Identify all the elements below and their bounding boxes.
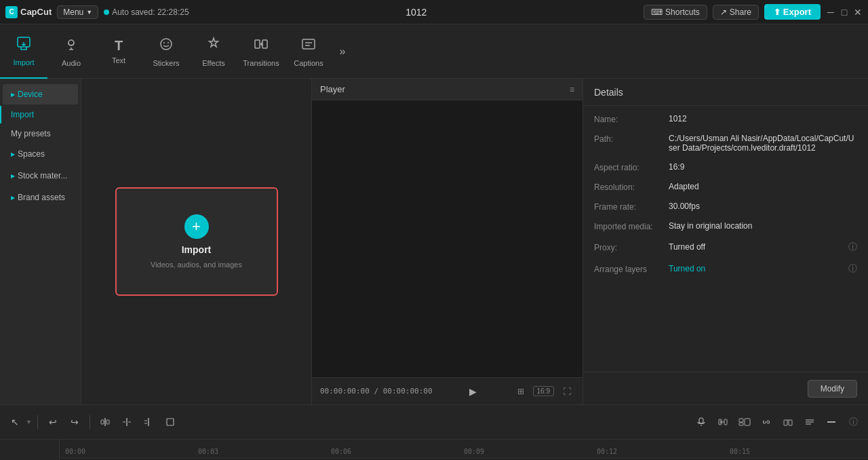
detail-row-framerate: Frame rate: 30.00fps xyxy=(594,202,857,212)
import-label: Import xyxy=(182,244,212,255)
menu-button[interactable]: Menu ▼ xyxy=(57,5,98,19)
sidebar-sub-label-presets: My presets xyxy=(11,129,51,138)
info-icon: ⓘ xyxy=(849,416,858,428)
svg-point-6 xyxy=(167,42,169,43)
effects-icon xyxy=(205,36,222,56)
svg-point-5 xyxy=(163,42,165,43)
transitions-icon xyxy=(253,36,269,56)
timeline: 00:00 00:03 00:06 00:09 00:12 00:15 xyxy=(0,440,868,460)
detail-row-name: Name: 1012 xyxy=(594,114,857,124)
toolbar-item-effects[interactable]: Effects xyxy=(190,24,237,79)
proxy-info-icon: ⓘ xyxy=(848,241,857,253)
detail-row-resolution: Resolution: Adapted xyxy=(594,182,857,192)
topbar-right: ⌨ Shortcuts ↗ Share ⬆ Export ─ □ ✕ xyxy=(644,4,863,20)
split-button-3[interactable] xyxy=(139,413,158,432)
toolbar-label-transitions: Transitions xyxy=(243,59,279,67)
mute-button[interactable] xyxy=(822,413,841,432)
timeline-left-panel xyxy=(0,440,60,460)
svg-rect-29 xyxy=(784,420,787,425)
delete-button[interactable] xyxy=(161,413,180,432)
topbar-left: C CapCut Menu ▼ Auto saved: 22:28:25 xyxy=(5,5,189,19)
group-button[interactable] xyxy=(735,413,754,432)
autosave-dot xyxy=(104,9,109,15)
close-button[interactable]: ✕ xyxy=(853,7,863,17)
toolbar-expand-button[interactable]: » xyxy=(332,24,353,79)
sidebar-item-brand[interactable]: ▶ Brand assets xyxy=(3,187,78,208)
toolbar-separator-2 xyxy=(90,415,90,429)
left-panel: ▶ Device Import My presets ▶ Spaces ▶ St… xyxy=(0,79,312,404)
autosave-text: Auto saved: 22:28:25 xyxy=(112,7,189,17)
timeline-info-button[interactable]: ⓘ xyxy=(844,413,863,432)
expand-icon: » xyxy=(340,45,346,58)
import-subtitle: Videos, audios, and images xyxy=(151,261,242,269)
svg-rect-9 xyxy=(302,39,315,49)
ruler-mark-2: 00:06 xyxy=(331,448,464,455)
toolbar-item-transitions[interactable]: Transitions xyxy=(237,24,285,79)
maximize-button[interactable]: □ xyxy=(840,7,849,17)
redo-button[interactable]: ↪ xyxy=(65,413,84,432)
split-button-1[interactable] xyxy=(96,413,115,432)
sidebar-sub-item-presets[interactable]: My presets xyxy=(0,125,81,142)
import-box[interactable]: + Import Videos, audios, and images xyxy=(115,187,278,296)
sidebar-item-spaces[interactable]: ▶ Spaces xyxy=(3,144,78,164)
player-right-controls: ⊞ 16:9 ⛶ xyxy=(514,385,574,398)
details-panel: Details Name: 1012 Path: C:/Users/Usman … xyxy=(583,79,868,404)
text-icon: T xyxy=(115,38,123,54)
toolbar-item-text[interactable]: T Text xyxy=(95,24,142,79)
magnetic-button[interactable] xyxy=(778,413,797,432)
ruler-mark-3: 00:09 xyxy=(464,448,597,455)
svg-rect-26 xyxy=(739,419,743,422)
details-footer: Modify xyxy=(583,372,868,404)
detail-value-resolution: Adapted xyxy=(669,182,857,191)
sidebar-sub-item-import[interactable]: Import xyxy=(0,106,81,123)
detail-label-name: Name: xyxy=(594,114,669,124)
sidebar-item-label-stock: Stock mater... xyxy=(18,171,67,180)
select-tool-button[interactable]: ↖ xyxy=(5,413,24,432)
window-controls: ─ □ ✕ xyxy=(826,7,863,17)
logo-icon: C xyxy=(5,6,18,18)
sidebar: ▶ Device Import My presets ▶ Spaces ▶ St… xyxy=(0,79,81,404)
ruler-mark-4: 00:12 xyxy=(597,448,730,455)
detail-value-arrange: Turned on xyxy=(669,264,846,273)
toolbar-item-stickers[interactable]: Stickers xyxy=(142,24,190,79)
detail-label-aspect: Aspect ratio: xyxy=(594,162,669,172)
detail-value-imported-media: Stay in original location xyxy=(669,221,857,231)
toolbar-label-audio: Audio xyxy=(62,59,81,67)
stickers-icon xyxy=(158,36,174,56)
ratio-badge: 16:9 xyxy=(533,386,554,396)
toolbar-item-audio[interactable]: Audio xyxy=(47,24,95,79)
play-button[interactable]: ▶ xyxy=(465,383,481,400)
align-button[interactable] xyxy=(800,413,819,432)
detail-label-imported-media: Imported media: xyxy=(594,221,669,231)
minimize-button[interactable]: ─ xyxy=(826,7,835,17)
share-button[interactable]: ↗ Share xyxy=(713,5,759,20)
mic-button[interactable] xyxy=(692,413,711,432)
toolbar-item-import[interactable]: Import xyxy=(0,24,47,79)
shortcuts-button[interactable]: ⌨ Shortcuts xyxy=(644,5,707,20)
undo-button[interactable]: ↩ xyxy=(43,413,62,432)
details-title: Details xyxy=(594,87,623,98)
ruler-marks: 00:00 00:03 00:06 00:09 00:12 00:15 xyxy=(60,448,868,455)
export-button[interactable]: ⬆ Export xyxy=(764,4,821,20)
ruler-mark-1: 00:03 xyxy=(198,448,331,455)
media-area: + Import Videos, audios, and images xyxy=(81,79,311,404)
details-header: Details xyxy=(583,79,868,106)
player-menu-icon[interactable]: ≡ xyxy=(570,85,574,94)
fullscreen-button[interactable]: ⛶ xyxy=(559,385,574,398)
toolbar-label-stickers: Stickers xyxy=(153,59,179,67)
chain-button[interactable] xyxy=(713,413,732,432)
player-header: Player ≡ xyxy=(312,79,583,100)
split-button-2[interactable] xyxy=(117,413,136,432)
sidebar-item-stock[interactable]: ▶ Stock mater... xyxy=(3,166,78,186)
sidebar-item-device[interactable]: ▶ Device xyxy=(3,84,78,104)
crop-button[interactable]: ⊞ xyxy=(514,385,528,398)
toolbar-label-import: Import xyxy=(13,58,34,66)
svg-rect-13 xyxy=(101,420,104,424)
svg-rect-7 xyxy=(255,40,260,48)
detail-value-path: C:/Users/Usman Ali Nasir/AppData/Local/C… xyxy=(669,134,857,153)
toolbar-item-captions[interactable]: Captions xyxy=(285,24,332,79)
spaces-arrow: ▶ xyxy=(11,151,15,157)
autosave-indicator: Auto saved: 22:28:25 xyxy=(104,7,189,17)
link-button[interactable] xyxy=(757,413,776,432)
modify-button[interactable]: Modify xyxy=(808,380,857,398)
